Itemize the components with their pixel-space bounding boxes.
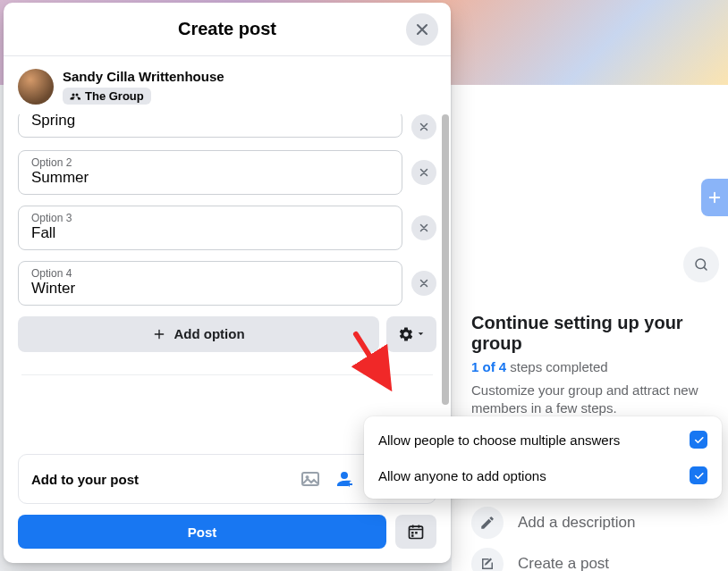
- plus-icon: [707, 189, 723, 206]
- setup-title: Continue setting up your group: [471, 313, 724, 354]
- close-icon: [418, 166, 430, 179]
- search-button[interactable]: [683, 247, 719, 282]
- modal-title: Create post: [178, 19, 276, 39]
- poll-option-input[interactable]: [31, 114, 389, 130]
- compose-icon: [471, 548, 504, 571]
- steps-completed-label: steps completed: [506, 359, 607, 374]
- poll-option-input[interactable]: [31, 280, 389, 298]
- photo-video-button[interactable]: [300, 468, 321, 490]
- svg-rect-1: [302, 473, 318, 485]
- setup-steps: 1 of 4 steps completed: [471, 359, 724, 374]
- post-button-label: Post: [188, 525, 217, 540]
- poll-option-box[interactable]: Option 2: [18, 150, 402, 195]
- avatar[interactable]: [18, 69, 54, 105]
- popover-item-multiple-answers[interactable]: Allow people to choose multiple answers: [364, 422, 722, 458]
- close-icon: [418, 222, 430, 234]
- setup-description: Customize your group and attract new mem…: [471, 382, 724, 418]
- tag-people-icon: [334, 468, 355, 490]
- group-icon: [70, 91, 80, 102]
- pencil-icon: [471, 507, 504, 539]
- poll-option-label: Option 3: [31, 212, 389, 224]
- poll-option-label: Option 2: [31, 156, 389, 169]
- svg-rect-5: [415, 532, 418, 534]
- poll-option-row: Option 3: [18, 206, 436, 250]
- steps-completed-count: 1 of 4: [471, 359, 506, 374]
- svg-rect-6: [411, 534, 414, 537]
- poll-option-row: Option 4: [18, 261, 436, 306]
- close-icon: [413, 21, 431, 38]
- popover-item-label: Allow anyone to add options: [378, 468, 546, 483]
- close-icon: [418, 121, 430, 133]
- close-icon: [418, 277, 430, 290]
- setup-item-create-post[interactable]: Create a post: [471, 543, 728, 571]
- svg-point-2: [306, 476, 309, 479]
- caret-down-icon: [416, 329, 426, 339]
- author-row: Sandy Cilla Writtenhouse The Group: [4, 56, 451, 114]
- schedule-button[interactable]: [395, 515, 436, 549]
- tag-people-button[interactable]: [334, 468, 355, 490]
- post-button[interactable]: Post: [18, 515, 386, 549]
- scrollbar[interactable]: [442, 114, 449, 405]
- svg-rect-4: [411, 532, 414, 534]
- setup-item-add-description[interactable]: Add a description: [471, 502, 728, 543]
- checkbox-checked[interactable]: [690, 431, 707, 449]
- add-to-post-label: Add to your post: [31, 472, 139, 487]
- popover-item-label: Allow people to choose multiple answers: [378, 432, 620, 448]
- poll-option-row: [18, 114, 436, 139]
- remove-option-button[interactable]: [411, 215, 436, 240]
- checkbox-checked[interactable]: [690, 466, 707, 484]
- new-button[interactable]: [701, 179, 728, 216]
- remove-option-button[interactable]: [411, 114, 436, 139]
- modal-scroll-area[interactable]: Option 2 Option 3 Option 4: [4, 114, 451, 441]
- check-icon: [693, 470, 705, 482]
- audience-label: The Group: [85, 89, 144, 103]
- remove-option-button[interactable]: [411, 160, 436, 185]
- poll-settings-popover: Allow people to choose multiple answers …: [364, 416, 722, 499]
- audience-chip[interactable]: The Group: [63, 88, 151, 105]
- poll-option-input[interactable]: [31, 224, 389, 242]
- poll-option-row: Option 2: [18, 150, 436, 195]
- gear-icon: [398, 326, 414, 342]
- popover-item-anyone-add-options[interactable]: Allow anyone to add options: [364, 458, 722, 493]
- close-button[interactable]: [406, 13, 438, 46]
- poll-options: Option 2 Option 3 Option 4: [18, 114, 436, 306]
- remove-option-button[interactable]: [411, 271, 436, 296]
- poll-option-input[interactable]: [31, 169, 389, 187]
- add-option-label: Add option: [174, 326, 244, 341]
- section-divider: [21, 359, 433, 375]
- gallery-icon: [300, 468, 321, 490]
- poll-option-box[interactable]: Option 4: [18, 261, 402, 306]
- check-icon: [693, 434, 705, 446]
- add-option-button[interactable]: Add option: [18, 316, 379, 352]
- search-icon: [693, 256, 709, 273]
- poll-settings-button[interactable]: [386, 316, 436, 352]
- author-name: Sandy Cilla Writtenhouse: [63, 69, 224, 84]
- setup-card: Continue setting up your group 1 of 4 st…: [471, 313, 728, 418]
- poll-option-box[interactable]: Option 3: [18, 206, 402, 250]
- calendar-icon: [407, 523, 425, 541]
- poll-option-label: Option 4: [31, 267, 389, 280]
- setup-item-label: Add a description: [518, 514, 635, 532]
- modal-header: Create post: [4, 3, 451, 56]
- poll-option-box[interactable]: [18, 114, 402, 138]
- setup-item-label: Create a post: [518, 555, 609, 571]
- plus-icon: [152, 327, 166, 341]
